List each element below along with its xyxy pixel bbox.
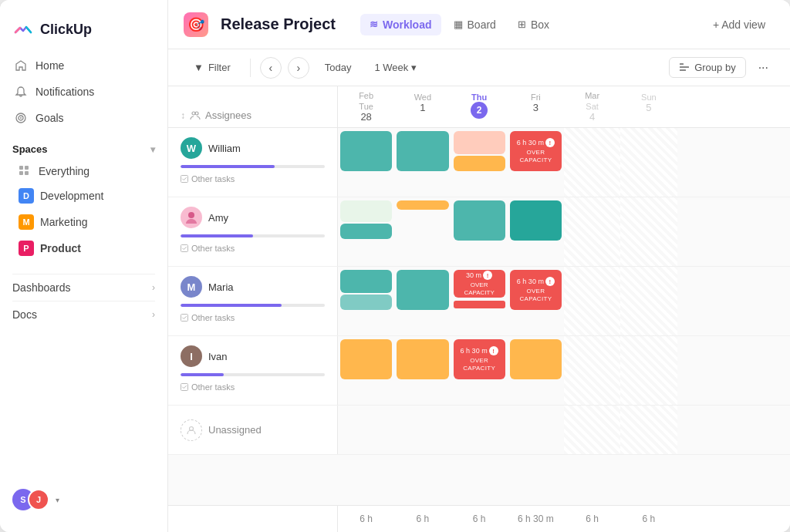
date-col-wed1: Wed 1 [394, 86, 451, 127]
sidebar-item-dashboards[interactable]: Dashboards › [12, 274, 155, 301]
unassigned-icon [181, 419, 202, 441]
days-maria: 30 m ! OVER CAPACITY 6 h 30 m [338, 267, 790, 335]
unassigned-row: Unassigned [168, 406, 790, 455]
totals-row: 6 h 6 h 6 h 6 h 30 m 6 h 6 h [168, 505, 790, 532]
other-tasks-maria: Other tasks [181, 313, 325, 322]
day-cell-ivan-3 [508, 336, 564, 405]
svg-point-2 [20, 117, 22, 119]
date-col-fri3: Fri 3 [508, 86, 564, 127]
tasks-icon-amy [181, 244, 188, 252]
marketing-label: Marketing [40, 216, 87, 228]
group-by-label: Group by [694, 62, 735, 73]
workload-block-green-small [340, 224, 392, 239]
person-row-amy: Amy Other tasks [168, 197, 790, 267]
user-avatars: S J [12, 489, 49, 510]
add-view-button[interactable]: + Add view [704, 14, 775, 35]
workload-block-green [454, 200, 505, 241]
avatar-amy [181, 207, 202, 228]
board-tab-label: Board [468, 19, 496, 31]
more-options-button[interactable]: ··· [752, 57, 775, 79]
sidebar-item-product[interactable]: P Product [12, 235, 155, 261]
sidebar-item-home[interactable]: Home [6, 52, 161, 79]
totals-columns: 6 h 6 h 6 h 6 h 30 m 6 h 6 h [338, 506, 790, 532]
day-thu: Thu [454, 93, 505, 102]
group-by-button[interactable]: Group by [669, 57, 745, 78]
svg-point-10 [192, 112, 195, 115]
progress-bar-ivan [181, 373, 224, 376]
day-num-3: 3 [511, 102, 561, 113]
person-info-maria: M Maria Other tasks [168, 267, 338, 335]
over-capacity-block-william: 6 h 30 m ! OVER CAPACITY [510, 131, 562, 171]
sidebar-item-goals[interactable]: Goals [6, 105, 161, 131]
grid-body: W William Other tasks [168, 128, 790, 505]
unassigned-day-0 [338, 406, 394, 454]
day-fri: Fri [511, 93, 561, 102]
tab-board[interactable]: ▦ Board [444, 14, 505, 35]
toolbar-divider [250, 59, 251, 77]
today-indicator: 2 [471, 102, 488, 119]
unassigned-day-4-weekend [564, 406, 620, 454]
today-button[interactable]: Today [316, 58, 361, 77]
box-tab-icon: ⊞ [518, 19, 526, 30]
over-capacity-bar-maria [454, 301, 505, 308]
main-header: 🎯 Release Project ≋ Workload ▦ Board ⊞ B… [168, 0, 790, 49]
month-feb: Feb [341, 91, 391, 100]
total-1: 6 h [394, 506, 451, 532]
progress-bar-amy [181, 234, 253, 237]
product-label: Product [40, 242, 81, 254]
today-label: Today [325, 62, 352, 73]
target-icon [14, 111, 28, 125]
day-cell-maria-3: 6 h 30 m ! OVER CAPACITY [508, 267, 564, 335]
sidebar-item-docs[interactable]: Docs › [12, 301, 155, 328]
filter-button[interactable]: ▼ Filter [184, 57, 241, 78]
bell-icon [14, 85, 28, 99]
user-avatar-secondary[interactable]: J [28, 489, 49, 510]
workload-grid: ↕ Assignees Feb Tue 28 Wed 1 [168, 86, 790, 532]
svg-rect-9 [680, 69, 686, 71]
name-william: William [208, 143, 241, 154]
tab-workload[interactable]: ≋ Workload [360, 14, 441, 35]
day-num-4: 4 [567, 111, 617, 123]
other-tasks-ivan: Other tasks [181, 382, 325, 392]
spaces-section-header[interactable]: Spaces ▾ [12, 143, 155, 155]
workload-block-peach [454, 131, 505, 154]
day-cell-maria-2: 30 m ! OVER CAPACITY [451, 267, 508, 335]
sidebar-item-development[interactable]: D Development [12, 183, 155, 209]
avatar-ivan: I [181, 345, 202, 367]
days-william: 6 h 30 m ! OVER CAPACITY [338, 128, 790, 197]
day-cell-maria-1 [394, 267, 451, 335]
name-ivan: Ivan [208, 351, 228, 362]
workload-block-orange3 [510, 339, 562, 379]
day-tue: Tue [341, 102, 391, 111]
sidebar-item-notifications[interactable]: Notifications [6, 79, 161, 105]
prev-nav-button[interactable]: ‹ [260, 57, 282, 79]
unassigned-day-3 [508, 406, 564, 454]
person-info-william: W William Other tasks [168, 128, 338, 197]
day-cell-william-3: 6 h 30 m ! OVER CAPACITY [508, 128, 564, 197]
workload-block-teal [510, 200, 562, 241]
day-cell-ivan-4-weekend [564, 336, 620, 405]
notifications-label: Notifications [35, 86, 94, 98]
sidebar-item-everything[interactable]: Everything [12, 160, 155, 183]
unassigned-day-1 [394, 406, 451, 454]
day-wed: Wed [397, 93, 447, 102]
workload-block-green-full [397, 270, 448, 310]
tab-box[interactable]: ⊞ Box [508, 14, 559, 35]
next-nav-button[interactable]: › [288, 57, 309, 79]
day-cell-ivan-1 [394, 336, 451, 405]
svg-rect-7 [680, 63, 684, 65]
unassigned-day-2 [451, 406, 508, 454]
sidebar-item-marketing[interactable]: M Marketing [12, 209, 155, 235]
day-cell-amy-1 [394, 197, 451, 266]
day-sat: Sat [567, 102, 617, 111]
week-label: 1 Week [374, 62, 408, 73]
person-top-amy: Amy [181, 207, 325, 228]
workload-tab-label: Workload [383, 19, 432, 31]
week-selector[interactable]: 1 Week ▾ [366, 58, 424, 77]
tasks-icon-ivan [181, 383, 188, 391]
app-container: ClickUp Home Notifications Goals [0, 0, 790, 532]
workload-block-orange2 [397, 339, 448, 379]
workload-block-orange [454, 156, 505, 171]
svg-point-13 [188, 212, 194, 218]
progress-amy [181, 234, 325, 237]
